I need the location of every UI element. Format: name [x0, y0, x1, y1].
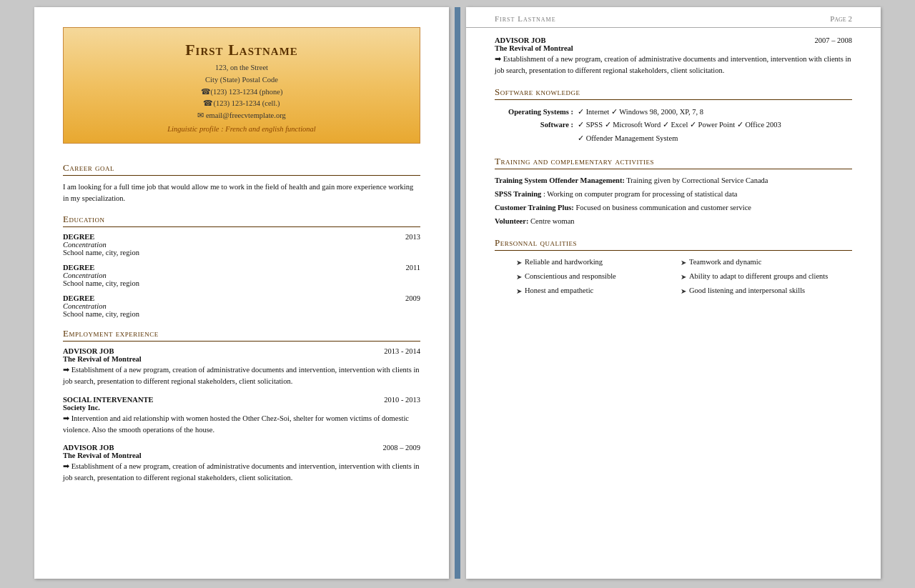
training-label-4: Volunteer: — [495, 217, 528, 225]
soft-value-1: ✓ Internet ✓ Windows 98, 2000, XP, 7, 8 — [578, 106, 852, 119]
pages-container: First Lastname 123, on the Street City (… — [34, 7, 881, 579]
p2-emp-desc-1: ➡ Establishment of a new program, creati… — [495, 54, 852, 76]
emp-company-1: The Revival of Montreal — [63, 355, 420, 363]
quality-arrow-2: ➤ — [516, 271, 522, 282]
quality-text-3: Honest and empathetic — [525, 285, 593, 297]
page-1: First Lastname 123, on the Street City (… — [34, 7, 449, 579]
edu-school-3: School name, city, region — [63, 310, 420, 318]
emp-years-3: 2008 – 2009 — [383, 444, 421, 452]
quality-text-4: Teamwork and dynamic — [689, 256, 761, 268]
edu-degree-1: DEGREE — [63, 233, 94, 241]
edu-entry-2: DEGREE 2011 Concentration School name, c… — [63, 264, 420, 287]
emp-job-3: ADVISOR JOB — [63, 444, 114, 452]
quality-arrow-4: ➤ — [681, 257, 686, 268]
page2-page: Page 2 — [830, 14, 852, 23]
soft-label-3 — [495, 132, 573, 146]
soft-row-3: ✓ Offender Management System — [495, 132, 852, 146]
emp-row-1: ADVISOR JOB 2013 - 2014 — [63, 347, 420, 355]
edu-row-2: DEGREE 2011 — [63, 264, 420, 271]
edu-conc-2: Concentration — [63, 271, 420, 279]
soft-value-3: ✓ Offender Management System — [578, 132, 852, 146]
edu-school-2: School name, city, region — [63, 279, 420, 287]
quality-item-2: ➤ Conscientious and responsible — [516, 271, 666, 282]
phone1-line: ☎(123) 123-1234 (phone) — [201, 88, 283, 96]
emp-desc-1: ➡ Establishment of a new program, creati… — [63, 364, 420, 387]
edu-degree-2: DEGREE — [63, 264, 94, 271]
career-goal-text: I am looking for a full time job that wo… — [63, 181, 420, 204]
page-separator — [455, 7, 460, 579]
employment-title: Employment experience — [63, 328, 420, 342]
edu-row-1: DEGREE 2013 — [63, 233, 420, 241]
p2-emp-entry-1: ADVISOR JOB 2007 – 2008 The Revival of M… — [495, 36, 852, 76]
edu-row-3: DEGREE 2009 — [63, 294, 420, 302]
training-title: Training and complementary activities — [495, 156, 852, 169]
training-text-1: Training given by Correctional Service C… — [626, 176, 768, 184]
email-line: ✉ email@freecvtemplate.org — [197, 111, 285, 119]
emp-row-2: SOCIAL INTERVENANTE 2010 - 2013 — [63, 396, 420, 404]
quality-item-1: ➤ Reliable and hardworking — [516, 256, 666, 268]
career-goal-title: Career goal — [63, 162, 420, 176]
training-label-1: Training System Offender Management: — [495, 176, 625, 184]
quality-arrow-5: ➤ — [681, 271, 686, 282]
training-text-4: Centre woman — [530, 217, 575, 225]
quality-arrow-1: ➤ — [516, 257, 522, 268]
training-label-3: Customer Training Plus: — [495, 204, 574, 211]
city-line: City (State) Postal Code — [205, 76, 278, 84]
emp-entry-2: SOCIAL INTERVENANTE 2010 - 2013 Society … — [63, 396, 420, 436]
education-title: Education — [63, 214, 420, 227]
quality-text-2: Conscientious and responsible — [525, 271, 616, 282]
edu-year-3: 2009 — [405, 294, 420, 302]
emp-entry-3: ADVISOR JOB 2008 – 2009 The Revival of M… — [63, 444, 420, 484]
p2-emp-job-1: ADVISOR JOB — [495, 36, 545, 44]
address-line: 123, on the Street — [215, 64, 268, 71]
soft-label-1: Operating Systems : — [495, 106, 573, 119]
emp-desc-3: ➡ Establishment of a new program, creati… — [63, 461, 420, 484]
quality-item-3: ➤ Honest and empathetic — [516, 285, 666, 297]
training-entry-4: Volunteer: Centre woman — [495, 216, 852, 228]
p2-emp-company-1: The Revival of Montreal — [495, 44, 852, 52]
edu-entry-3: DEGREE 2009 Concentration School name, c… — [63, 294, 420, 318]
soft-label-2: Software : — [495, 119, 573, 132]
edu-year-1: 2013 — [405, 233, 420, 241]
page2-content: ADVISOR JOB 2007 – 2008 The Revival of M… — [466, 31, 881, 318]
edu-conc-1: Concentration — [63, 241, 420, 249]
page2-name: First Lastname — [495, 14, 556, 23]
quality-text-6: Good listening and interpersonal skills — [689, 285, 805, 297]
p2-emp-years-1: 2007 – 2008 — [815, 36, 853, 44]
linguistic-profile: Linguistic profile : French and english … — [71, 125, 412, 133]
quality-item-6: ➤ Good listening and interpersonal skill… — [681, 285, 831, 297]
training-entry-3: Customer Training Plus: Focused on busin… — [495, 202, 852, 214]
emp-company-2: Society Inc. — [63, 404, 420, 412]
quality-text-1: Reliable and hardworking — [525, 256, 603, 268]
edu-entry-1: DEGREE 2013 Concentration School name, c… — [63, 233, 420, 256]
p2-emp-row-1: ADVISOR JOB 2007 – 2008 — [495, 36, 852, 44]
quality-text-5: Ability to adapt to different groups and… — [689, 271, 828, 282]
edu-degree-3: DEGREE — [63, 294, 94, 302]
emp-years-1: 2013 - 2014 — [384, 347, 420, 355]
page1-content: Career goal I am looking for a full time… — [34, 144, 449, 514]
page2-header: First Lastname Page 2 — [466, 7, 881, 28]
header-address: 123, on the Street City (State) Postal C… — [71, 62, 412, 122]
training-label-2: SPSS Training — [495, 190, 541, 198]
soft-value-2: ✓ SPSS ✓ Microsoft Word ✓ Excel ✓ Power … — [578, 119, 852, 132]
training-entry-1: Training System Offender Management: Tra… — [495, 175, 852, 187]
header-box: First Lastname 123, on the Street City (… — [63, 27, 420, 144]
qualities-title: Personnal qualities — [495, 237, 852, 251]
soft-row-1: Operating Systems : ✓ Internet ✓ Windows… — [495, 106, 852, 119]
software-table: Operating Systems : ✓ Internet ✓ Windows… — [495, 106, 852, 146]
header-name: First Lastname — [71, 41, 412, 59]
soft-row-2: Software : ✓ SPSS ✓ Microsoft Word ✓ Exc… — [495, 119, 852, 132]
emp-job-2: SOCIAL INTERVENANTE — [63, 396, 154, 404]
phone2-line: ☎(123) 123-1234 (cell.) — [203, 99, 280, 107]
training-entry-2: SPSS Training : Working on computer prog… — [495, 189, 852, 201]
emp-desc-2: ➡ Intervention and aid relationship with… — [63, 413, 420, 436]
edu-conc-3: Concentration — [63, 302, 420, 310]
training-text-3: Focused on business communication and cu… — [575, 204, 751, 211]
quality-item-4: ➤ Teamwork and dynamic — [681, 256, 831, 268]
quality-arrow-3: ➤ — [516, 286, 522, 297]
emp-job-1: ADVISOR JOB — [63, 347, 114, 355]
training-text-2: : Working on computer program for proces… — [543, 190, 738, 198]
emp-entry-1: ADVISOR JOB 2013 - 2014 The Revival of M… — [63, 347, 420, 387]
emp-company-3: The Revival of Montreal — [63, 452, 420, 459]
emp-row-3: ADVISOR JOB 2008 – 2009 — [63, 444, 420, 452]
